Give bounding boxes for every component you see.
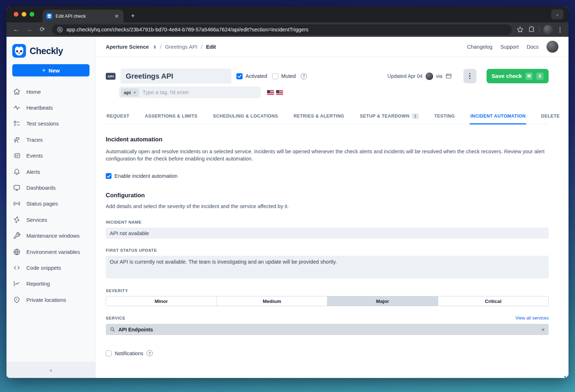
app-header: Aperture Science ▲▼ / Greetings API / Ed…	[96, 37, 569, 57]
cmd-key-badge: ⌘	[525, 72, 533, 80]
mute-help-icon[interactable]: ?	[301, 73, 307, 79]
notifications-help-icon[interactable]: ?	[147, 350, 153, 356]
check-title-row: API Activated Muted ? U	[106, 69, 549, 84]
sidebar-item-label: Environment variables	[26, 249, 80, 255]
browser-toolbar: ← → ⟳ app.checklyhq.com/checks/23b4791b-…	[6, 22, 569, 37]
tab-scheduling-locations[interactable]: SCHEDULING & LOCATIONS	[212, 109, 279, 124]
minimize-window-button[interactable]	[22, 12, 26, 17]
check-edit-tabs: REQUEST ASSERTIONS & LIMITS SCHEDULING &…	[106, 109, 549, 124]
back-icon[interactable]: ←	[11, 24, 22, 35]
enable-incident-automation-checkbox[interactable]: Enable incident automation	[106, 173, 549, 179]
sidebar-item-maintenance-windows[interactable]: Maintenance windows	[6, 228, 95, 244]
sidebar-item-alerts[interactable]: Alerts	[6, 164, 95, 180]
incident-name-input[interactable]	[106, 228, 549, 239]
sidebar-item-home[interactable]: Home	[6, 84, 95, 100]
view-all-services-link[interactable]: View all services	[515, 316, 549, 321]
checkly-wordmark: Checkly	[30, 46, 63, 56]
enable-checkbox-box[interactable]	[106, 173, 112, 179]
save-check-button[interactable]: Save check ⌘ S	[487, 69, 549, 83]
severity-option-major[interactable]: Major	[327, 296, 438, 306]
address-bar[interactable]: app.checklyhq.com/checks/23b4791b-bd70-4…	[52, 25, 512, 35]
site-info-icon[interactable]	[57, 27, 63, 32]
location-flags	[267, 90, 283, 95]
tab-delete[interactable]: DELETE	[540, 109, 561, 124]
severity-option-minor[interactable]: Minor	[106, 296, 217, 306]
new-button[interactable]: + New	[12, 64, 90, 76]
configuration-heading: Configuration	[106, 192, 549, 199]
tab-close-icon[interactable]: ✕	[113, 13, 120, 19]
sidebar-item-services[interactable]: Services	[6, 212, 95, 228]
activated-label: Activated	[245, 73, 267, 79]
new-button-label: New	[49, 67, 60, 74]
severity-option-medium[interactable]: Medium	[217, 296, 327, 306]
checkly-logo[interactable]: Checkly	[6, 37, 95, 63]
breadcrumb: Aperture Science ▲▼ / Greetings API / Ed…	[106, 44, 216, 50]
tab-testing[interactable]: TESTING	[434, 109, 456, 124]
sidebar-item-heartbeats[interactable]: Heartbeats	[6, 100, 95, 115]
tab-incident-automation[interactable]: INCIDENT AUTOMATION	[470, 109, 526, 124]
sidebar-item-private-locations[interactable]: Private locations	[6, 292, 95, 308]
check-name-input[interactable]	[121, 69, 231, 84]
url-text: app.checklyhq.com/checks/23b4791b-bd70-4…	[66, 27, 309, 32]
toolbar-divider	[539, 26, 540, 33]
clear-service-icon[interactable]: ×	[541, 326, 545, 332]
telescope-icon	[13, 136, 21, 144]
extensions-icon[interactable]	[528, 26, 536, 34]
muted-checkbox[interactable]: Muted	[272, 73, 296, 79]
user-avatar[interactable]	[546, 41, 558, 53]
notifications-checkbox[interactable]	[106, 351, 112, 356]
muted-checkbox-box[interactable]	[272, 73, 278, 79]
more-options-button[interactable]	[463, 69, 476, 83]
tab-search-button[interactable]: ⌄	[551, 9, 563, 19]
sidebar-item-label: Code snippets	[26, 265, 61, 271]
severity-option-critical[interactable]: Critical	[438, 296, 549, 306]
chart-icon	[13, 280, 21, 287]
save-check-label: Save check	[492, 73, 522, 79]
account-switcher[interactable]: Aperture Science	[106, 44, 149, 50]
browser-tab[interactable]: Edit API check ✕	[43, 10, 123, 22]
sidebar-collapse-button[interactable]: ‹	[6, 362, 95, 378]
tag-remove-icon[interactable]: ×	[134, 90, 136, 95]
checkly-raccoon-icon	[12, 44, 26, 58]
close-window-button[interactable]	[14, 12, 18, 17]
first-status-update-textarea[interactable]: Our API is currently not available. The …	[106, 256, 549, 278]
support-link[interactable]: Support	[500, 44, 519, 50]
chevron-left-icon: ‹	[50, 367, 52, 374]
forward-icon[interactable]: →	[24, 24, 35, 35]
sidebar-item-status-pages[interactable]: Status pages	[6, 196, 95, 212]
account-switcher-chevrons-icon[interactable]: ▲▼	[153, 45, 156, 49]
severity-segmented-control: Minor Medium Major Critical	[106, 296, 549, 306]
bookmark-star-icon[interactable]	[516, 26, 524, 34]
browser-profile-avatar[interactable]	[543, 25, 553, 34]
maximize-window-button[interactable]	[30, 12, 34, 17]
severity-label: SEVERITY	[106, 289, 549, 293]
sidebar-item-code-snippets[interactable]: Code snippets	[6, 260, 95, 276]
tab-request[interactable]: REQUEST	[106, 109, 130, 124]
changelog-link[interactable]: Changelog	[467, 44, 492, 50]
tab-retries-alerting[interactable]: RETRIES & ALERTING	[293, 109, 345, 124]
sidebar-item-reporting[interactable]: Reporting	[6, 276, 95, 292]
map-pin-icon	[13, 296, 21, 304]
activated-checkbox[interactable]: Activated	[236, 73, 267, 79]
tag-row: api × Type a tag, hit enter	[106, 87, 549, 98]
tab-title: Edit API check	[56, 13, 110, 19]
tab-setup-teardown[interactable]: SETUP & TEARDOWN1	[359, 109, 419, 124]
new-tab-button[interactable]: +	[128, 11, 138, 21]
sidebar-item-environment-variables[interactable]: Environment variables	[6, 244, 95, 260]
breadcrumb-check-link[interactable]: Greetings API	[165, 44, 197, 50]
service-select[interactable]: API Endpoints ×	[106, 324, 549, 335]
sidebar-item-dashboards[interactable]: Dashboards	[6, 180, 95, 195]
sidebar-item-events[interactable]: Events	[6, 148, 95, 164]
activated-checkbox-box[interactable]	[236, 73, 243, 79]
checkly-checkmark-icon	[564, 374, 569, 378]
tag-input[interactable]: api × Type a tag, hit enter	[119, 87, 261, 98]
tab-assertions-limits[interactable]: ASSERTIONS & LIMITS	[144, 109, 198, 124]
sidebar-item-test-sessions[interactable]: Test sessions	[6, 116, 95, 132]
sidebar-item-traces[interactable]: Traces	[6, 132, 95, 147]
service-value: API Endpoints	[118, 327, 538, 332]
reload-icon[interactable]: ⟳	[37, 24, 48, 35]
browser-tabstrip: Edit API check ✕ + ⌄	[6, 6, 569, 22]
browser-menu-icon[interactable]	[556, 27, 563, 32]
updated-by-avatar	[426, 72, 433, 80]
docs-link[interactable]: Docs	[527, 44, 539, 50]
